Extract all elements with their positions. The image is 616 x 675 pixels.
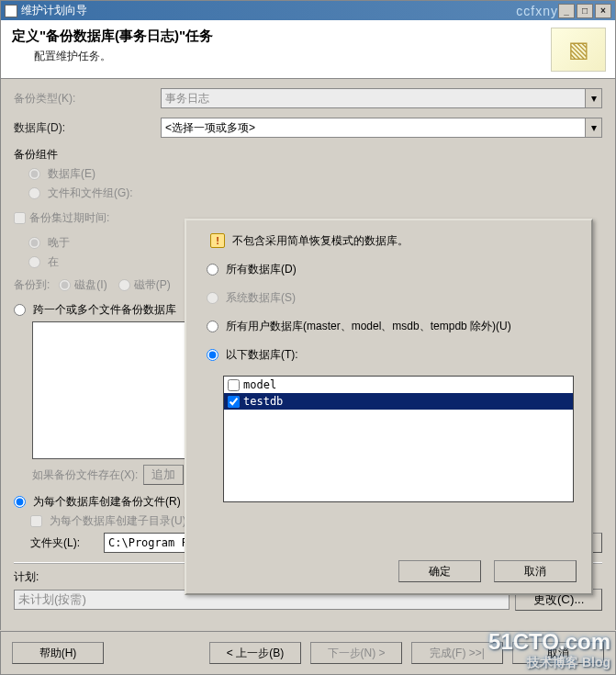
db-checkbox-testdb[interactable]: [228, 396, 240, 408]
minimize-button[interactable]: _: [558, 4, 575, 18]
expire-on-label: 在: [48, 254, 59, 270]
backup-type-combo: 事务日志 ▾: [161, 88, 602, 108]
backup-to-title: 备份到:: [14, 277, 50, 293]
component-db-label: 数据库(E): [48, 166, 95, 182]
watermark-top: ccfxny: [516, 4, 558, 18]
chevron-down-icon[interactable]: ▾: [585, 118, 601, 137]
wizard-content: 备份类型(K): 事务日志 ▾ 数据库(D): <选择一项或多项> ▾ 备份组件…: [0, 79, 616, 630]
opt-user-radio[interactable]: [207, 321, 218, 332]
backup-files-listbox[interactable]: [32, 321, 188, 459]
opt-sys-label: 系统数据库(S): [226, 290, 296, 306]
chevron-down-icon: ▾: [585, 89, 601, 107]
component-fg-radio: [28, 187, 40, 199]
help-button[interactable]: 帮助(H): [12, 642, 104, 664]
component-fg-label: 文件和文件组(G):: [48, 186, 133, 201]
per-db-dir-label: 为每个数据库创建子目录(U): [50, 513, 186, 529]
opt-user-label: 所有用户数据库(master、model、msdb、tempdb 除外)(U): [226, 319, 511, 334]
list-item[interactable]: model: [224, 377, 573, 393]
database-picker-popup: ! 不包含采用简单恢复模式的数据库。 所有数据库(D) 系统数据库(S) 所有用…: [185, 219, 593, 595]
db-checkbox-model[interactable]: [228, 379, 240, 391]
opt-all-radio[interactable]: [207, 264, 218, 276]
db-name: testdb: [243, 395, 283, 408]
opt-sys-radio: [207, 292, 218, 304]
cancel-button[interactable]: 取消: [494, 560, 577, 582]
database-combo[interactable]: <选择一项或多项> ▾: [161, 118, 602, 138]
opt-all-label: 所有数据库(D): [226, 262, 297, 277]
titlebar: 维护计划向导 ccfxny _ □ ×: [0, 0, 616, 20]
page-title: 定义"备份数据库(事务日志)"任务: [12, 28, 606, 45]
expire-checkbox: [14, 212, 26, 224]
component-db-radio: [28, 168, 40, 180]
backup-to-disk-radio: [59, 279, 71, 291]
per-db-file-radio[interactable]: [14, 496, 26, 508]
wizard-cancel-button[interactable]: 取消: [512, 642, 604, 664]
backup-type-label: 备份类型(K):: [14, 91, 161, 107]
database-label: 数据库(D):: [14, 120, 161, 136]
next-button: 下一步(N) >: [310, 642, 402, 664]
span-files-radio[interactable]: [14, 304, 26, 316]
maximize-button[interactable]: □: [577, 4, 593, 18]
expire-after-label: 晚于: [48, 235, 70, 251]
backup-to-tape-label: 磁带(P): [134, 277, 171, 293]
per-db-file-label: 为每个数据库创建备份文件(R): [33, 494, 181, 510]
header-art-icon: ▧: [551, 28, 606, 72]
close-button[interactable]: ×: [595, 4, 611, 18]
backup-type-value: 事务日志: [165, 91, 209, 107]
wizard-nav: 帮助(H) < 上一步(B) 下一步(N) > 完成(F) >>| 取消: [0, 631, 616, 675]
wizard-header: 定义"备份数据库(事务日志)"任务 配置维护任务。 ▧: [0, 20, 616, 79]
append-button: 追加: [143, 465, 184, 485]
per-db-dir-checkbox: [30, 515, 42, 527]
span-files-label: 跨一个或多个文件备份数据库: [33, 302, 176, 318]
expire-title: 备份集过期时间:: [29, 210, 109, 226]
db-name: model: [243, 378, 276, 391]
ok-button[interactable]: 确定: [398, 560, 481, 582]
warning-icon: !: [210, 233, 225, 248]
folder-label: 文件夹(L):: [30, 535, 104, 551]
backup-to-disk-label: 磁盘(I): [74, 277, 106, 293]
list-item[interactable]: testdb: [224, 393, 573, 410]
page-subtitle: 配置维护任务。: [34, 49, 606, 64]
finish-button: 完成(F) >>|: [411, 642, 503, 664]
expire-after-radio: [28, 237, 40, 249]
back-button[interactable]: < 上一步(B): [209, 642, 301, 664]
backup-component-title: 备份组件: [14, 147, 602, 163]
database-listbox[interactable]: model testdb: [223, 376, 574, 502]
database-value: <选择一项或多项>: [165, 120, 255, 136]
window-title: 维护计划向导: [21, 3, 87, 18]
exists-label: 如果备份文件存在(X):: [32, 467, 138, 483]
warning-text: 不包含采用简单恢复模式的数据库。: [232, 233, 409, 249]
expire-on-radio: [28, 256, 40, 268]
backup-to-tape-radio: [118, 279, 130, 291]
app-icon: [5, 5, 17, 17]
opt-these-label: 以下数据库(T):: [226, 347, 298, 363]
opt-these-radio[interactable]: [207, 349, 218, 361]
